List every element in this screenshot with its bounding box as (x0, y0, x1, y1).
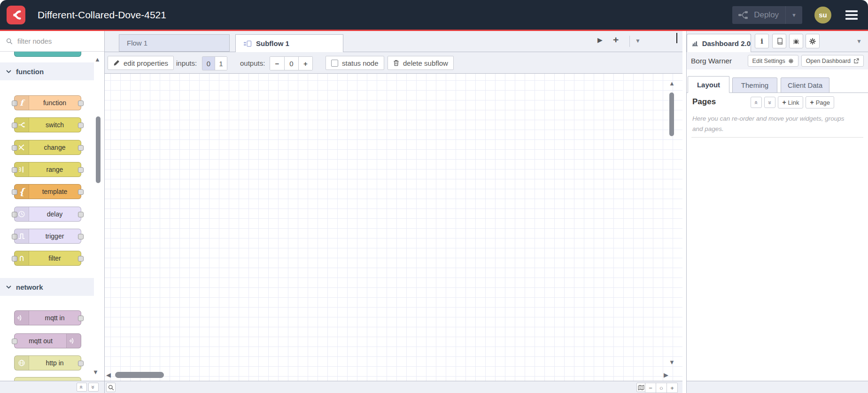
canvas-hscrollbar-thumb[interactable] (115, 372, 164, 378)
change-node-icon (15, 140, 29, 154)
palette-node-template[interactable]: { template (14, 184, 81, 199)
add-link-button[interactable]: +Link (778, 96, 803, 108)
expand-all-pages-button[interactable]: » (764, 97, 775, 108)
subtab-client-data[interactable]: Client Data (781, 77, 829, 93)
chevron-down-icon (6, 70, 11, 73)
filter-nodes-input[interactable] (16, 37, 89, 46)
main-menu-icon[interactable] (844, 8, 860, 22)
palette-category-network[interactable]: network (0, 278, 94, 296)
pages-help-text: Here you can re-order and move your widg… (692, 114, 854, 134)
flow-list-caret-icon[interactable]: ▼ (635, 38, 641, 44)
config-nodes-tab-button[interactable] (806, 34, 820, 48)
tab-subflow-1[interactable]: Subflow 1 (235, 34, 343, 52)
subflow-icon (243, 40, 252, 47)
add-flow-button[interactable]: + (613, 35, 619, 45)
canvas-vscrollbar-thumb[interactable] (669, 92, 674, 136)
palette-node-http-in[interactable]: http in (14, 355, 81, 370)
palette-search (0, 31, 104, 52)
filter-node-icon (15, 251, 29, 265)
status-node-checkbox[interactable] (331, 60, 338, 67)
subtab-theming[interactable]: Theming (732, 77, 777, 93)
palette-scrollbar-thumb[interactable] (96, 116, 101, 183)
outputs-increase-button[interactable]: + (298, 57, 312, 70)
status-node-toggle-button[interactable]: status node (326, 56, 384, 70)
edit-settings-button[interactable]: Edit Settings (748, 55, 798, 67)
palette-node-function[interactable]: f function (14, 95, 81, 110)
canvas-footer: − ○ + (105, 381, 682, 393)
palette-scroll-up-icon[interactable]: ▲ (94, 56, 101, 62)
node-red-editor: Different-Collared-Dove-4521 Deploy ▼ su (0, 0, 868, 393)
text-cursor-artifact (676, 33, 677, 43)
node-output-port (78, 361, 84, 366)
zoom-reset-button[interactable]: ○ (656, 383, 666, 393)
debug-tab-button[interactable] (789, 34, 803, 48)
header-actions: Deploy ▼ su (732, 6, 860, 24)
collapse-all-pages-button[interactable]: « (751, 97, 762, 108)
flow-canvas-grid[interactable] (105, 74, 682, 381)
canvas-scroll-down-icon[interactable]: ▼ (669, 359, 675, 365)
palette-node-range[interactable]: range (14, 162, 81, 177)
palette-footer: « » (0, 381, 104, 393)
help-tab-button[interactable] (772, 34, 786, 48)
pages-divider (691, 137, 863, 138)
node-palette: function f function switch (0, 31, 105, 393)
palette-node-delay[interactable]: delay (14, 207, 81, 222)
plus-icon: + (782, 99, 786, 106)
node-output-port (78, 234, 84, 239)
bar-chart-icon (691, 39, 699, 47)
tab-flow-1[interactable]: Flow 1 (119, 34, 230, 52)
deploy-button[interactable]: Deploy ▼ (732, 6, 802, 24)
pencil-icon (113, 60, 120, 66)
edit-properties-button[interactable]: edit properties (108, 56, 174, 70)
deploy-caret-icon[interactable]: ▼ (785, 6, 802, 24)
palette-scroll-down-icon[interactable]: ▼ (93, 369, 99, 375)
pages-section-title: Pages (692, 97, 716, 107)
delete-subflow-button[interactable]: delete subflow (388, 56, 454, 70)
minimap-toggle-button[interactable] (636, 383, 646, 392)
palette-node-filter[interactable]: filter (14, 251, 81, 266)
expand-all-categories-button[interactable]: » (88, 383, 99, 392)
zoom-in-button[interactable]: + (666, 383, 677, 393)
add-page-button[interactable]: +Page (806, 96, 834, 108)
zoom-controls: − ○ + (645, 383, 678, 393)
palette-category-function[interactable]: function (0, 62, 94, 80)
delay-node-icon (15, 207, 29, 221)
globe-icon (15, 356, 29, 370)
outputs-label: outputs: (240, 59, 265, 67)
inputs-option-0[interactable]: 0 (202, 57, 215, 70)
flow-canvas-area: Flow 1 Subflow 1 ▶ + ▼ (105, 31, 682, 393)
palette-node-change[interactable]: change (14, 140, 81, 155)
tab-dashboard-2[interactable]: Dashboard 2.0 (687, 34, 751, 52)
open-dashboard-button[interactable]: Open Dashboard (801, 55, 864, 67)
right-sidebar: Dashboard 2.0 i ▼ Borg Warner (686, 31, 868, 393)
palette-node-partial-top[interactable] (14, 52, 81, 57)
brand-logo-icon (7, 6, 25, 24)
zoom-out-button[interactable]: − (645, 383, 656, 393)
mqtt-node-icon (15, 311, 29, 325)
palette-node-trigger[interactable]: trigger (14, 229, 81, 244)
inputs-label: inputs: (176, 59, 197, 67)
collapse-all-categories-button[interactable]: « (77, 383, 87, 392)
instance-title: Different-Collared-Dove-4521 (38, 9, 166, 21)
palette-node-mqtt-in[interactable]: mqtt in (14, 310, 81, 325)
function-node-icon: f (15, 96, 29, 110)
switch-node-icon (15, 118, 29, 132)
canvas-scroll-up-icon[interactable]: ▲ (669, 80, 675, 86)
canvas-scroll-left-icon[interactable]: ◀ (106, 372, 111, 378)
trash-icon (393, 60, 399, 66)
outputs-decrease-button[interactable]: − (270, 57, 284, 70)
canvas-scroll-right-icon[interactable]: ▶ (664, 372, 668, 378)
user-avatar[interactable]: su (814, 7, 831, 23)
inputs-option-1[interactable]: 1 (215, 57, 227, 70)
search-flows-button[interactable] (106, 383, 116, 392)
sidebar-menu-caret-icon[interactable]: ▼ (856, 39, 862, 44)
outputs-value[interactable]: 0 (284, 57, 298, 70)
mqtt-node-icon (66, 334, 81, 348)
subtab-layout[interactable]: Layout (688, 76, 729, 93)
palette-node-mqtt-out[interactable]: mqtt out (14, 333, 81, 348)
palette-node-switch[interactable]: switch (14, 117, 81, 132)
panel-splitter[interactable] (682, 31, 686, 393)
info-tab-button[interactable]: i (755, 34, 769, 48)
node-output-port (78, 212, 84, 217)
tab-scroll-next-icon[interactable]: ▶ (597, 37, 603, 43)
